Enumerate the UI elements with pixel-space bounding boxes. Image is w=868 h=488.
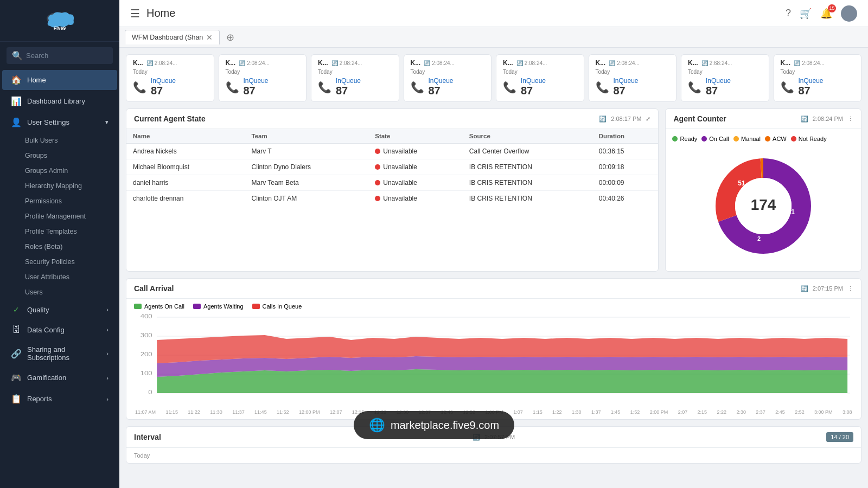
legend-item: ACW [765, 136, 787, 142]
search-box[interactable]: 🔍 [7, 47, 113, 64]
agent-state-header: Current Agent State 🔄 2:08:17 PM ⤢ [126, 109, 658, 129]
queue-card-today: Today [688, 69, 762, 75]
agent-state-panel: Current Agent State 🔄 2:08:17 PM ⤢ Name … [126, 108, 659, 272]
sidebar-sub-item-roles[interactable]: Roles (Beta) [0, 239, 119, 254]
notifications-icon[interactable]: 🔔 15 [820, 8, 832, 20]
queue-card-count: 87 [429, 85, 454, 97]
sidebar-sub-item-groups[interactable]: Groups [0, 148, 119, 163]
sidebar-item-data-config[interactable]: 🗄 Data Config › [2, 320, 117, 339]
agent-counter-panel: Agent Counter 🔄 2:08:24 PM ⋮ ReadyOn Cal… [665, 108, 861, 272]
queue-card-name: K... [411, 59, 421, 67]
phone-icon: 📞 [318, 81, 331, 94]
queue-card-today: Today [596, 69, 670, 75]
cell-name: Michael Bloomquist [126, 159, 245, 175]
call-arrival-header: Call Arrival 🔄 2:07:15 PM ⋮ [126, 279, 861, 299]
queue-card-status: InQueue [336, 77, 361, 85]
expand-icon[interactable]: ⤢ [646, 115, 650, 123]
chart-legend: Agents On CallAgents WaitingCalls In Que… [126, 299, 861, 312]
sidebar-sub-item-groups-admin[interactable]: Groups Admin [0, 163, 119, 178]
sidebar-item-user-settings[interactable]: 👤 User Settings ▾ [2, 112, 117, 132]
sidebar-item-label: Data Config [27, 326, 65, 334]
sidebar-item-label: Dashboard Library [27, 97, 85, 105]
call-arrival-panel: Call Arrival 🔄 2:07:15 PM ⋮ Agents On Ca… [126, 278, 861, 420]
cell-name: daniel harris [126, 175, 245, 191]
queue-card-7[interactable]: K... 🔄2:08:24... Today 📞 InQueue 87 [774, 54, 862, 102]
phone-icon: 📞 [688, 81, 701, 94]
queue-card-5[interactable]: K... 🔄2:08:24... Today 📞 InQueue 87 [589, 54, 677, 102]
more-icon[interactable]: ⋮ [847, 115, 853, 123]
refresh-icon[interactable]: 🔄 [473, 434, 480, 441]
cell-source: IB CRIS RETENTION [463, 159, 592, 175]
legend-dot [791, 136, 796, 142]
refresh-icon[interactable]: 🔄 [599, 115, 607, 123]
queue-card-name: K... [226, 59, 236, 67]
refresh-icon[interactable]: 🔄 [801, 115, 808, 123]
svg-text:200: 200 [141, 351, 152, 358]
call-arrival-title: Call Arrival [134, 284, 174, 293]
legend-label: Ready [680, 136, 697, 142]
more-icon[interactable]: ⋮ [847, 285, 853, 292]
phone-icon: 📞 [503, 81, 516, 94]
sidebar-item-reports[interactable]: 📋 Reports › [2, 389, 117, 409]
table-row: charlotte drennan Clinton OJT AM Unavail… [126, 191, 658, 207]
sidebar-sub-item-profile-management[interactable]: Profile Management [0, 209, 119, 224]
sidebar-sub-item-hierarchy-mapping[interactable]: Hierarchy Mapping [0, 178, 119, 194]
queue-card-2[interactable]: K... 🔄2:08:24... Today 📞 InQueue 87 [311, 54, 399, 102]
call-arrival-meta: 🔄 2:07:15 PM ⋮ [801, 285, 853, 292]
chart-legend-label: Calls In Queue [263, 303, 302, 310]
cell-state: Unavailable [368, 144, 463, 159]
queue-card-3[interactable]: K... 🔄2:08:24... Today 📞 InQueue 87 [404, 54, 492, 102]
sidebar-sub-item-bulk-users[interactable]: Bulk Users [0, 133, 119, 148]
queue-card-6[interactable]: K... 🔄2:68:24... Today 📞 InQueue 87 [681, 54, 769, 102]
sidebar-item-home[interactable]: 🏠 Home [2, 70, 117, 90]
chart-legend-color [134, 304, 142, 309]
sidebar-item-label: Gamification [27, 374, 66, 382]
tab-close-icon[interactable]: ✕ [206, 33, 213, 42]
sidebar-item-quality[interactable]: ✓ Quality › [2, 300, 117, 319]
queue-card-time: 🔄2:08:24... [794, 60, 825, 66]
sidebar-item-dashboard-library[interactable]: 📊 Dashboard Library [2, 91, 117, 111]
refresh-icon[interactable]: 🔄 [801, 285, 808, 292]
queue-card-today: Today [318, 69, 392, 75]
sidebar-sub-item-permissions[interactable]: Permissions [0, 194, 119, 209]
chart-agents-on-call-area [157, 369, 847, 393]
sidebar-item-sharing[interactable]: 🔗 Sharing and Subscriptions › [2, 341, 117, 367]
chart-legend-item: Agents On Call [134, 303, 184, 310]
cell-team: Marv Team Beta [245, 175, 369, 191]
queue-card-time: 🔄2:08:24... [516, 60, 547, 66]
menu-icon[interactable]: ☰ [130, 7, 140, 20]
sidebar-sub-item-user-attributes[interactable]: User Attributes [0, 269, 119, 285]
queue-cards-row: K... 🔄2:08:24... Today 📞 InQueue 87 K...… [126, 54, 861, 102]
sidebar-sub-item-profile-templates[interactable]: Profile Templates [0, 224, 119, 239]
sidebar-sub-item-security-policies[interactable]: Security Policies [0, 254, 119, 269]
sharing-icon: 🔗 [11, 349, 22, 359]
cell-state: Unavailable [368, 159, 463, 175]
chart-legend-item: Calls In Queue [252, 303, 302, 310]
legend-label: Not Ready [799, 136, 827, 142]
avatar[interactable] [841, 5, 857, 22]
svg-text:100: 100 [141, 370, 152, 377]
queue-card-4[interactable]: K... 🔄2:08:24... Today 📞 InQueue 87 [496, 54, 584, 102]
search-input[interactable] [26, 52, 107, 60]
legend-label: ACW [773, 136, 787, 142]
topbar-icons: ? 🛒 🔔 15 [786, 5, 857, 22]
tab-add-icon[interactable]: ⊕ [222, 29, 239, 46]
queue-card-status: InQueue [614, 77, 639, 85]
queue-card-0[interactable]: K... 🔄2:08:24... Today 📞 InQueue 87 [126, 54, 214, 102]
reports-icon: 📋 [11, 394, 22, 404]
sidebar-sub-item-users[interactable]: Users [0, 285, 119, 300]
agent-state-tbody: Andrea Nickels Marv T Unavailable Call C… [126, 144, 658, 207]
page-info: 14 / 20 [826, 432, 853, 442]
tab-wfm-dashboard[interactable]: WFM Dashboard (Shan ✕ [125, 30, 220, 44]
interval-time: 2:07:57 PM [484, 434, 515, 440]
cell-name: charlotte drennan [126, 191, 245, 207]
queue-card-status: InQueue [521, 77, 546, 85]
queue-card-1[interactable]: K... 🔄2:08:24... Today 📞 InQueue 87 [219, 54, 307, 102]
legend-dot [733, 136, 739, 142]
help-icon[interactable]: ? [786, 8, 791, 19]
legend-item: Manual [733, 136, 761, 142]
sidebar-item-label: Sharing and Subscriptions [27, 345, 101, 362]
agent-state-table: Name Team State Source Duration Andrea N… [126, 129, 658, 206]
cart-icon[interactable]: 🛒 [800, 8, 812, 20]
sidebar-item-gamification[interactable]: 🎮 Gamification › [2, 368, 117, 388]
